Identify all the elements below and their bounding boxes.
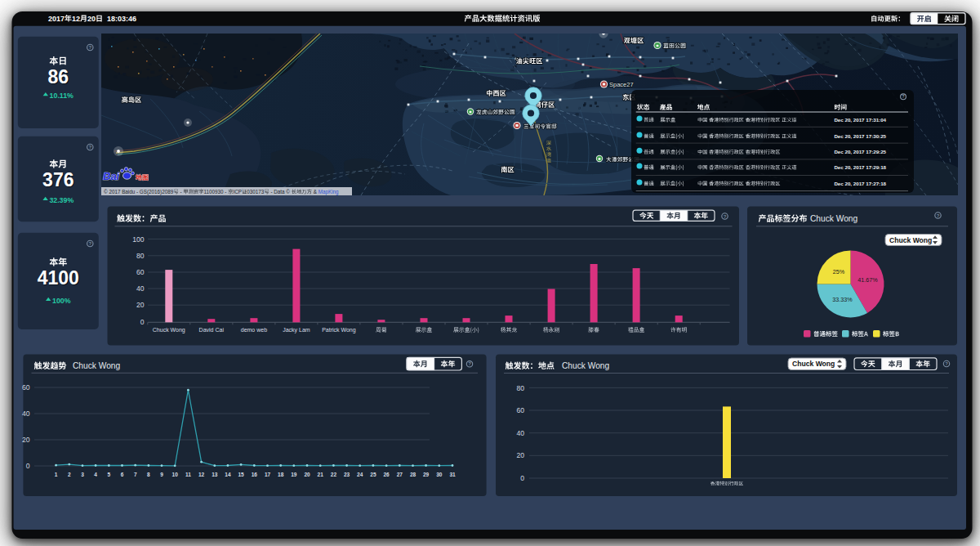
svg-text:29: 29 xyxy=(423,472,430,477)
svg-text:Chuck Wong: Chuck Wong xyxy=(810,214,858,223)
svg-text:19: 19 xyxy=(291,472,297,477)
svg-text:8: 8 xyxy=(147,472,150,477)
svg-text:3: 3 xyxy=(81,472,84,477)
svg-text:- Data ©: - Data © xyxy=(270,189,292,195)
svg-text:030173: 030173 xyxy=(247,189,265,195)
svg-text:15: 15 xyxy=(238,472,244,477)
svg-text:?: ? xyxy=(88,45,91,50)
svg-text:21: 21 xyxy=(318,472,324,477)
svg-text:20: 20 xyxy=(87,15,96,23)
svg-text:0: 0 xyxy=(26,462,30,470)
svg-text:23: 23 xyxy=(344,472,350,477)
svg-text:0: 0 xyxy=(520,474,524,482)
svg-text:-: - xyxy=(179,189,184,195)
svg-text:12: 12 xyxy=(72,15,80,23)
svg-text:17: 17 xyxy=(265,472,271,477)
svg-text:?: ? xyxy=(88,241,91,246)
svg-text:40: 40 xyxy=(136,284,145,293)
svg-text:376: 376 xyxy=(42,169,74,190)
svg-text:20: 20 xyxy=(516,451,524,459)
svg-text:Bai: Bai xyxy=(103,170,120,182)
svg-text:18: 18 xyxy=(278,472,284,477)
svg-text:0: 0 xyxy=(140,318,145,326)
svg-text:Patrick Wong: Patrick Wong xyxy=(322,327,356,333)
svg-text:demo web: demo web xyxy=(241,327,267,333)
svg-text:11: 11 xyxy=(185,472,191,477)
svg-text:31: 31 xyxy=(449,472,456,477)
svg-text:18:03:46: 18:03:46 xyxy=(103,15,136,23)
svg-text:12: 12 xyxy=(198,472,205,477)
svg-text:Jacky Lam: Jacky Lam xyxy=(283,327,310,333)
svg-text:?: ? xyxy=(724,214,727,219)
svg-text:40: 40 xyxy=(22,410,30,418)
svg-text:ICP: ICP xyxy=(234,189,243,195)
svg-text:Chuck Wong: Chuck Wong xyxy=(792,360,835,368)
svg-text:?: ? xyxy=(88,145,91,150)
svg-text:80: 80 xyxy=(136,252,145,260)
svg-text:80: 80 xyxy=(516,384,524,392)
svg-text:Space27: Space27 xyxy=(609,81,634,88)
svg-text:28: 28 xyxy=(410,472,416,477)
svg-text:10: 10 xyxy=(172,472,179,477)
svg-text:7: 7 xyxy=(134,472,137,477)
svg-text:41.67%: 41.67% xyxy=(858,276,878,284)
svg-text:100: 100 xyxy=(132,235,145,244)
svg-text:2: 2 xyxy=(68,472,71,477)
svg-text:6: 6 xyxy=(121,472,124,477)
svg-text:Dec 20, 2017 17:29:25: Dec 20, 2017 17:29:25 xyxy=(834,149,886,154)
svg-text:33.33%: 33.33% xyxy=(832,296,853,303)
svg-text:100%: 100% xyxy=(52,297,71,305)
svg-text:24: 24 xyxy=(357,472,363,477)
svg-text:MapKing: MapKing xyxy=(318,189,339,195)
svg-text:30: 30 xyxy=(436,472,443,477)
svg-text:David Cai: David Cai xyxy=(199,327,225,333)
svg-text:9: 9 xyxy=(160,472,163,477)
svg-text:Chuck Wong: Chuck Wong xyxy=(562,361,609,370)
svg-text:60: 60 xyxy=(22,383,30,392)
svg-text:?: ? xyxy=(937,213,940,218)
svg-text:10.11%: 10.11% xyxy=(50,92,74,100)
svg-text:20: 20 xyxy=(304,472,310,477)
svg-text:27: 27 xyxy=(397,472,403,477)
svg-text:2017: 2017 xyxy=(48,15,65,23)
svg-text:?: ? xyxy=(468,361,471,366)
svg-text:Dec 20, 2017 17:27:18: Dec 20, 2017 17:27:18 xyxy=(834,181,886,186)
svg-text:Dec 20, 2017 17:29:18: Dec 20, 2017 17:29:18 xyxy=(834,164,886,170)
svg-text:32.39%: 32.39% xyxy=(49,196,74,204)
svg-text:?: ? xyxy=(902,94,904,99)
svg-text:&: & xyxy=(312,189,318,195)
svg-text:1100930 -: 1100930 - xyxy=(204,189,229,195)
svg-text:60: 60 xyxy=(136,268,145,276)
svg-text:25%: 25% xyxy=(833,268,845,275)
svg-text:26: 26 xyxy=(383,472,390,477)
svg-text:5: 5 xyxy=(107,472,110,477)
svg-text:20: 20 xyxy=(22,436,30,444)
svg-text:60: 60 xyxy=(516,406,524,414)
svg-text:86: 86 xyxy=(48,66,69,87)
svg-text:Chuck Wong: Chuck Wong xyxy=(73,361,120,370)
svg-text:13: 13 xyxy=(212,472,218,477)
svg-text:4100: 4100 xyxy=(38,267,79,289)
svg-text:Dec 20, 2017 17:31:04: Dec 20, 2017 17:31:04 xyxy=(834,117,886,123)
svg-text:16: 16 xyxy=(252,472,258,477)
svg-text:25: 25 xyxy=(370,472,376,477)
svg-text:Chuck Wong: Chuck Wong xyxy=(153,327,185,333)
svg-text:1: 1 xyxy=(55,472,58,477)
svg-text:Chuck Wong: Chuck Wong xyxy=(889,236,932,244)
svg-text:Dec 20, 2017 17:30:25: Dec 20, 2017 17:30:25 xyxy=(834,133,886,139)
svg-text:22: 22 xyxy=(331,472,337,477)
svg-text:4: 4 xyxy=(94,472,97,477)
svg-text:20: 20 xyxy=(136,301,145,309)
svg-text:14: 14 xyxy=(225,472,231,477)
svg-text:?: ? xyxy=(945,361,948,366)
svg-text:© 2017 Baidu - GS(2016)2089: © 2017 Baidu - GS(2016)2089 xyxy=(104,189,174,195)
svg-text:40: 40 xyxy=(516,429,524,437)
